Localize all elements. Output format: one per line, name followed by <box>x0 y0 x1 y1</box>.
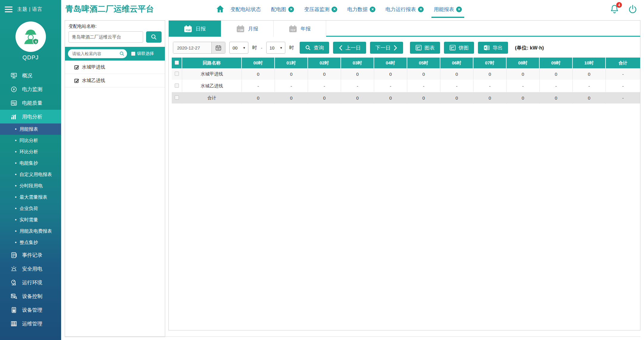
checked-checkbox-icon[interactable] <box>74 64 80 70</box>
sidebar-subitem-9[interactable]: •实时需量 <box>0 214 61 225</box>
sidebar-subitem-10[interactable]: •用能及电费报表 <box>0 225 61 237</box>
sidebar-item-safety-alarm[interactable]: 安全用电 <box>0 262 61 276</box>
prev-day-button[interactable]: 上一日 <box>333 42 366 54</box>
sidebar-subitem-2[interactable]: •同比分析 <box>0 135 61 146</box>
sidebar-item-device-control[interactable]: 设备控制 <box>0 289 61 303</box>
value-cell: 0 <box>374 68 407 80</box>
hour-to-select[interactable]: 10 ▼ <box>266 42 285 54</box>
cascade-select-toggle[interactable]: 级联选择 <box>131 51 154 56</box>
close-icon[interactable]: × <box>418 7 424 12</box>
value-cell: - <box>341 80 374 92</box>
sidebar-item-label: 设备控制 <box>22 293 42 300</box>
report-tab-label: 日报 <box>196 25 206 32</box>
engineer-avatar-icon <box>20 26 42 48</box>
select-all-checkbox[interactable] <box>175 61 179 65</box>
nav-tab-label: 变压器监测 <box>304 6 329 13</box>
export-button[interactable]: 导出 <box>478 42 508 54</box>
theme-language-link[interactable]: 主题 | 语言 <box>17 6 42 13</box>
sidebar-item-power-quality[interactable]: 电能质量 <box>0 96 61 110</box>
sidebar-item-device-manage[interactable]: 设备管理 <box>0 303 61 317</box>
chevron-left-icon <box>338 45 343 51</box>
sidebar-item-overview-monitor[interactable]: 概况 <box>0 69 61 82</box>
content-bottom-border <box>65 336 640 337</box>
close-icon[interactable]: × <box>332 7 337 12</box>
nav-tab-6[interactable]: 用能报表× <box>434 0 462 18</box>
tree-node-1[interactable]: 水城甲进线 <box>65 61 165 74</box>
sidebar-subitem-8[interactable]: •企业负荷 <box>0 203 61 214</box>
date-picker[interactable]: 2020-12-27 <box>173 42 225 54</box>
chart-button[interactable]: 图表 <box>410 42 440 54</box>
export-button-label: 导出 <box>493 44 503 51</box>
sidebar-item-label: 电能质量 <box>22 100 42 106</box>
svg-text:+1Y: +1Y <box>290 28 296 31</box>
calendar-icon: +1M <box>236 25 244 33</box>
tree-filter-input[interactable] <box>68 49 127 58</box>
sidebar-subitem-5[interactable]: •自定义用电报表 <box>0 169 61 180</box>
row-checkbox[interactable] <box>175 72 179 76</box>
hour-from-select[interactable]: 00 ▼ <box>229 42 248 54</box>
value-cell: - <box>507 80 540 92</box>
value-cell: - <box>308 80 341 92</box>
hour-label: 时 <box>289 45 294 51</box>
search-icon[interactable] <box>119 51 125 58</box>
sidebar-subitem-3[interactable]: •环比分析 <box>0 146 61 157</box>
sidebar-subitem-7[interactable]: •最大需量报表 <box>0 191 61 203</box>
table-total-row: 合计00000000000- <box>172 92 640 104</box>
station-search-button[interactable] <box>146 31 162 43</box>
sidebar-subitem-label: 同比分析 <box>20 137 38 144</box>
nav-tab-2[interactable]: 配电图× <box>271 0 294 18</box>
bullet-icon: • <box>15 126 17 132</box>
row-checkbox[interactable] <box>175 95 179 100</box>
nav-tab-label: 用能报表 <box>434 6 454 13</box>
value-cell: 0 <box>573 92 606 104</box>
nav-tab-1[interactable]: 变配电站状态 <box>230 0 261 18</box>
close-icon[interactable]: × <box>370 7 375 12</box>
tree-node-2[interactable]: 水城乙进线 <box>65 74 165 87</box>
nav-tab-5[interactable]: 电力运行报表× <box>386 0 424 18</box>
avatar <box>16 21 46 52</box>
report-toolbar: 2020-12-27 00 ▼ 时 - 10 ▼ 时 查 <box>173 42 544 54</box>
sidebar-item-ops-manage[interactable]: 运维管理 <box>0 317 61 330</box>
nav-tab-4[interactable]: 电力数据× <box>347 0 375 18</box>
checked-checkbox-icon[interactable] <box>74 78 80 84</box>
top-nav-tabs: 变配电站状态配电图×变压器监测×电力数据×电力运行报表×用能报表× <box>230 0 462 18</box>
query-button[interactable]: 查询 <box>300 42 329 54</box>
table-header: 回路名称00时01时02时03时04时05时06时07时08时09时10时合计 <box>172 58 640 68</box>
column-header: 01时 <box>275 58 308 68</box>
notification-bell-icon[interactable]: 4 <box>609 4 620 16</box>
report-tab-1[interactable]: +1d日报 <box>169 21 221 37</box>
report-tab-label: 月报 <box>248 25 258 32</box>
home-icon[interactable] <box>216 4 225 15</box>
value-cell: 0 <box>374 92 407 104</box>
sidebar-subitem-1[interactable]: •用能报表 <box>0 123 61 135</box>
sidebar-item-power-monitor[interactable]: 电力监测 <box>0 82 61 96</box>
hamburger-menu-icon[interactable] <box>5 7 13 12</box>
close-icon[interactable]: × <box>456 7 462 12</box>
sidebar-subitem-4[interactable]: •电能集抄 <box>0 157 61 169</box>
sidebar-subitem-11[interactable]: •整点集抄 <box>0 237 61 248</box>
column-header: 09时 <box>540 58 573 68</box>
calendar-icon: +1d <box>184 25 192 33</box>
nav-tab-3[interactable]: 变压器监测× <box>304 0 337 18</box>
ops-manage-icon <box>10 320 17 327</box>
column-header: 02时 <box>308 58 341 68</box>
report-tab-3[interactable]: +1Y年报 <box>274 21 326 37</box>
row-checkbox[interactable] <box>175 84 179 88</box>
station-name-input[interactable] <box>69 31 143 43</box>
pie-chart-button[interactable]: 饼图 <box>444 42 474 54</box>
sidebar-item-event-log[interactable]: 事件记录 <box>0 248 61 262</box>
sidebar-item-environment[interactable]: 运行环境 <box>0 276 61 289</box>
next-day-button[interactable]: 下一日 <box>370 42 403 54</box>
report-tab-2[interactable]: +1M月报 <box>221 21 274 37</box>
sidebar-subitem-6[interactable]: •分时段用电 <box>0 180 61 191</box>
close-icon[interactable]: × <box>288 7 294 12</box>
date-value[interactable]: 2020-12-27 <box>173 42 211 53</box>
power-logout-icon[interactable] <box>628 4 637 15</box>
notification-badge: 4 <box>616 2 622 8</box>
sidebar-item-label: 用电分析 <box>22 113 42 120</box>
cascade-checkbox[interactable] <box>131 52 135 56</box>
sidebar-item-usage-analysis[interactable]: 用电分析 <box>0 110 61 123</box>
column-header: 回路名称 <box>182 58 242 68</box>
calendar-icon[interactable] <box>211 42 225 53</box>
value-cell: 0 <box>341 68 374 80</box>
